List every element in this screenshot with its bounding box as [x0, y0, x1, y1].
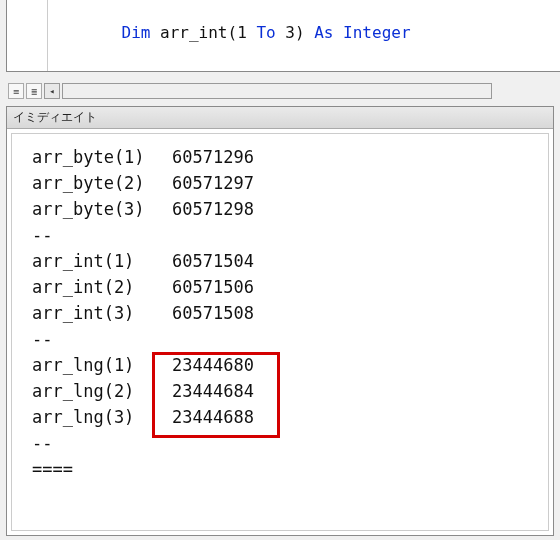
- keyword-to: To: [256, 23, 275, 42]
- output-row: arr_int(2)60571506: [32, 274, 540, 300]
- output-name: --: [32, 222, 162, 248]
- view-toolbar: ≡ ≣ ◂: [8, 82, 492, 100]
- output-value: 60571298: [172, 196, 282, 222]
- output-value: 60571506: [172, 274, 282, 300]
- output-name: ====: [32, 456, 162, 482]
- output-row: arr_byte(2)60571297: [32, 170, 540, 196]
- output-value: 60571297: [172, 170, 282, 196]
- output-name: --: [32, 326, 162, 352]
- output-value: 23444684: [172, 378, 282, 404]
- hscroll-track[interactable]: [62, 83, 492, 99]
- code-line: Dim arr_int(1 To 3) As Integer: [13, 0, 560, 66]
- output-value: 60571508: [172, 300, 282, 326]
- code-editor-pane[interactable]: Dim arr_int(1 To 3) As Integer Dim arr_l…: [6, 0, 560, 72]
- identifier: 3): [276, 23, 315, 42]
- output-row: ====: [32, 456, 540, 482]
- hscroll-left-arrow[interactable]: ◂: [44, 83, 60, 99]
- output-row: arr_int(1)60571504: [32, 248, 540, 274]
- output-name: arr_lng(1): [32, 352, 162, 378]
- output-value: 23444680: [172, 352, 282, 378]
- keyword-dim: Dim: [122, 23, 151, 42]
- output-value: 60571504: [172, 248, 282, 274]
- keyword-as-type: As Integer: [314, 23, 410, 42]
- output-row: arr_byte(1)60571296: [32, 144, 540, 170]
- view-mode-button-2[interactable]: ≣: [26, 83, 42, 99]
- immediate-window-body[interactable]: arr_byte(1)60571296 arr_byte(2)60571297 …: [11, 133, 549, 531]
- output-name: arr_byte(2): [32, 170, 162, 196]
- output-name: arr_lng(3): [32, 404, 162, 430]
- output-row: --: [32, 326, 540, 352]
- code-gutter: [47, 0, 48, 71]
- code-line: Dim arr_lng(1 To 3) As Long: [13, 66, 560, 72]
- immediate-window-title: イミディエイト: [7, 107, 553, 129]
- output-name: arr_byte(3): [32, 196, 162, 222]
- output-name: --: [32, 430, 162, 456]
- output-name: arr_int(3): [32, 300, 162, 326]
- output-row: --: [32, 222, 540, 248]
- output-name: arr_int(2): [32, 274, 162, 300]
- output-row: arr_lng(3)23444688: [32, 404, 540, 430]
- output-row: arr_lng(2)23444684: [32, 378, 540, 404]
- output-row: arr_lng(1)23444680: [32, 352, 540, 378]
- output-value: 23444688: [172, 404, 282, 430]
- output-row: arr_int(3)60571508: [32, 300, 540, 326]
- output-value: 60571296: [172, 144, 282, 170]
- output-row: --: [32, 430, 540, 456]
- output-row: arr_byte(3)60571298: [32, 196, 540, 222]
- view-mode-button-1[interactable]: ≡: [8, 83, 24, 99]
- output-name: arr_int(1): [32, 248, 162, 274]
- immediate-window: イミディエイト arr_byte(1)60571296 arr_byte(2)6…: [6, 106, 554, 536]
- output-name: arr_lng(2): [32, 378, 162, 404]
- identifier: arr_int(1: [150, 23, 256, 42]
- output-name: arr_byte(1): [32, 144, 162, 170]
